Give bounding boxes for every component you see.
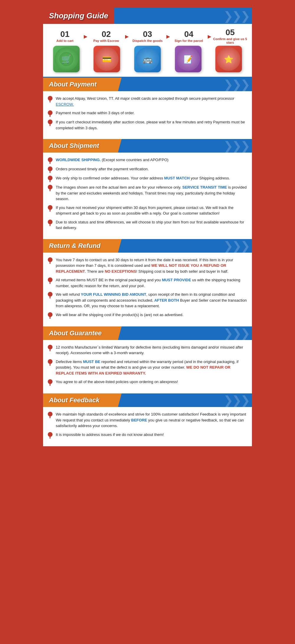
feedback-bullet-icon-2 xyxy=(47,432,53,438)
shipment-bullet-6: Due to stock status and time differences… xyxy=(47,219,248,231)
feedback-text-1: We maintain high standards of excellence… xyxy=(56,411,248,429)
shipment-content: WORLDWIDE SHIPPING. (Except some countri… xyxy=(43,153,252,239)
shipment-text-4: The images shown are not the actual item… xyxy=(56,184,248,202)
shipment-bullet-2: Orders processed timely after the paymen… xyxy=(47,166,248,172)
shipment-bullet-icon-2 xyxy=(47,166,53,172)
guarantee-content: 12 months Manufacturer`s limited Warrant… xyxy=(43,340,252,394)
step-5-number: 05 xyxy=(225,28,235,37)
shipment-text-6: Due to stock status and time differences… xyxy=(56,219,248,231)
guarantee-section-header: About Guarantee ❯❯❯ xyxy=(43,326,252,340)
shipment-title: About Shipment xyxy=(49,142,99,149)
shipment-bullet-icon-1 xyxy=(47,157,53,163)
shipment-title-box: About Shipment xyxy=(43,139,108,153)
guarantee-header-bg: ❯❯❯ xyxy=(108,326,252,340)
guarantee-title: About Guarantee xyxy=(49,329,101,337)
payment-svg: 💳 xyxy=(99,52,114,66)
step-1-icon-inner: 🛒 xyxy=(55,47,78,71)
shipment-text-2: Orders processed timely after the paymen… xyxy=(56,166,149,172)
guarantee-bullet-3: You agree to all of the above-listed pol… xyxy=(47,379,248,385)
step-3-icon: 🚌 xyxy=(134,46,161,72)
step-3-icon-inner: 🚌 xyxy=(136,47,159,71)
feedback-pin-2 xyxy=(47,432,53,439)
payment-content: We accept Alipay, West Union, TT. All ma… xyxy=(43,91,252,139)
refund-bullet-2: All returned items MUST BE in the origin… xyxy=(47,277,248,289)
refund-bullet-icon-3 xyxy=(47,292,53,298)
shipment-pin-4 xyxy=(47,185,53,191)
shopping-guide-title: Shopping Guide xyxy=(49,11,108,20)
feedback-title: About Feedback xyxy=(49,396,99,404)
step-5-icon: ⭐ xyxy=(215,46,242,72)
shipment-pin-3 xyxy=(47,176,53,182)
step-3-label: Dispatch the goods xyxy=(132,39,163,43)
steps-section: 01 Add to cart ▶ 02 Pay with Escrow ▶ 03… xyxy=(43,24,252,78)
step-3: 03 Dispatch the goods xyxy=(129,30,166,43)
payment-pin-3 xyxy=(47,120,53,126)
refund-section-header: Return & Refund ❯❯❯ xyxy=(43,239,252,253)
guarantee-pin-2 xyxy=(47,359,53,366)
payment-pin-1 xyxy=(47,96,53,102)
step-4-icon: 📝 xyxy=(175,46,201,72)
guarantee-title-box: About Guarantee xyxy=(43,326,108,340)
shipment-text-3: We only ship to confirmed order addresse… xyxy=(56,175,230,181)
feedback-bullet-2: It is impossible to address issues if we… xyxy=(47,432,248,438)
step-2: 02 Pay with Escrow xyxy=(87,30,125,43)
arrow-1: ▶ xyxy=(84,34,87,39)
step-2-icon: 💳 xyxy=(94,46,120,72)
refund-title: Return & Refund xyxy=(49,242,101,249)
guarantee-bullet-icon-1 xyxy=(47,345,53,351)
guarantee-watermark: ❯❯❯ xyxy=(223,326,249,340)
step-4: 04 Sign for the parcel xyxy=(170,30,208,43)
guarantee-bullet-icon-3 xyxy=(47,379,53,385)
shipment-bullet-icon-5 xyxy=(47,205,53,211)
feedback-pin-1 xyxy=(47,412,53,418)
arrow-4: ▶ xyxy=(208,34,211,39)
step-1-label: Add to cart xyxy=(56,39,73,43)
refund-text-2: All returned items MUST BE in the origin… xyxy=(56,277,248,289)
refund-bullet-3: We will refund YOUR FULL WINNING BID AMO… xyxy=(47,292,248,309)
guarantee-bullet-1: 12 months Manufacturer`s limited Warrant… xyxy=(47,344,248,356)
payment-bullet-3: If you can't checkout immediately after … xyxy=(47,119,248,131)
cart-svg: 🛒 xyxy=(59,52,74,66)
guarantee-pin-3 xyxy=(47,379,53,386)
step-4-number: 04 xyxy=(184,30,193,38)
refund-watermark: ❯❯❯ xyxy=(223,239,249,253)
guarantee-text-3: You agree to all of the above-listed pol… xyxy=(56,379,178,385)
shopping-guide-header: Shopping Guide ❯❯❯ xyxy=(43,8,252,24)
step-1: 01 Add to cart xyxy=(46,30,84,43)
shipment-header-bg: ❯❯❯ xyxy=(108,139,252,153)
payment-text-1: We accept Alipay, West Union, TT. All ma… xyxy=(56,96,248,107)
payment-bullet-2: Payment must be made within 3 days of or… xyxy=(47,110,248,116)
svg-text:💳: 💳 xyxy=(102,55,112,64)
dispatch-svg: 🚌 xyxy=(140,52,155,66)
payment-title-box: About Payment xyxy=(43,78,108,91)
refund-bullet-icon-4 xyxy=(47,312,53,318)
refund-pin-2 xyxy=(47,277,53,284)
guarantee-text-2: Defective items MUST BE reported and ret… xyxy=(56,359,248,376)
feedback-watermark: ❯❯❯ xyxy=(223,393,249,407)
shipment-bullet-icon-6 xyxy=(47,220,53,225)
shipment-watermark: ❯❯❯ xyxy=(223,139,249,153)
step-5-label: Confirm and give us 5 stars xyxy=(211,37,249,44)
escrow-link[interactable]: ESCROW. xyxy=(56,102,74,107)
header-watermark: ❯❯❯ xyxy=(223,9,249,23)
step-4-icon-inner: 📝 xyxy=(176,47,200,71)
refund-pin-4 xyxy=(47,312,53,319)
shipment-text-5: If you have not received your shipment w… xyxy=(56,205,248,216)
refund-header-bg: ❯❯❯ xyxy=(108,239,252,253)
shipment-bullet-3: We only ship to confirmed order addresse… xyxy=(47,175,248,182)
step-2-label: Pay with Escrow xyxy=(94,39,119,43)
svg-text:⭐: ⭐ xyxy=(224,55,234,64)
payment-text-2: Payment must be made within 3 days of or… xyxy=(56,110,135,116)
feedback-text-2: It is impossible to address issues if we… xyxy=(56,432,164,438)
feedback-section-header: About Feedback ❯❯❯ xyxy=(43,393,252,407)
sign-svg: 📝 xyxy=(181,52,196,66)
refund-bullet-icon-2 xyxy=(47,277,53,283)
payment-header-bg: ❯❯❯ xyxy=(108,78,252,91)
guarantee-bullet-2: Defective items MUST BE reported and ret… xyxy=(47,359,248,376)
shipment-bullet-4: The images shown are not the actual item… xyxy=(47,184,248,202)
refund-pin-1 xyxy=(47,257,53,264)
guarantee-text-1: 12 months Manufacturer`s limited Warrant… xyxy=(56,344,248,356)
shipment-pin-1 xyxy=(47,157,53,164)
feedback-bullet-1: We maintain high standards of excellence… xyxy=(47,411,248,429)
refund-title-box: Return & Refund xyxy=(43,239,108,253)
